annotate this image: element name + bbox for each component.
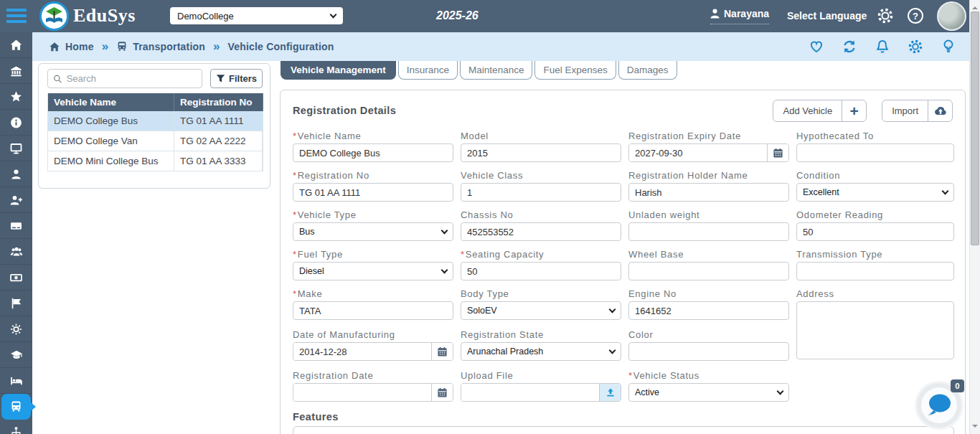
favorites-heart-icon[interactable] [809,39,824,55]
tab-fuel-expenses[interactable]: Fuel Expenses [534,61,616,80]
search-input[interactable] [67,73,197,84]
help-icon[interactable]: ? [907,7,924,24]
column-header-vehicle-name: Vehicle Name [48,93,174,111]
vehicle-class-input[interactable] [461,183,621,202]
registration-state-select[interactable]: Arunachal Pradesh [461,342,621,361]
chevron-down-icon [441,267,448,274]
registration-form: *Vehicle Name Model Registration Expiry … [293,131,954,402]
body-type-select[interactable]: SoloEV [461,301,621,320]
model-input[interactable] [461,143,621,162]
scrollbar-thumb[interactable] [971,11,979,245]
upload-file-input[interactable] [461,384,599,401]
field-address: Address [796,288,954,362]
sidebar-item-id-card[interactable] [0,213,32,239]
seating-capacity-input[interactable] [461,262,621,280]
chassis-no-input[interactable] [461,222,621,241]
users-group-icon [9,245,24,258]
sidebar-item-sitemap[interactable] [0,420,32,434]
notifications-bell-icon[interactable] [875,39,890,55]
tab-maintenance[interactable]: Maintenance [460,61,532,80]
user-icon [710,9,720,19]
transmission-type-input[interactable] [796,262,954,280]
college-select[interactable]: DemoCollege [170,7,343,24]
sidebar-item-institution[interactable] [0,58,32,84]
sidebar-item-home[interactable] [0,32,32,58]
refresh-icon[interactable] [842,39,857,55]
tab-insurance[interactable]: Insurance [398,61,458,80]
sidebar-item-profile[interactable] [0,161,32,187]
vehicle-type-select[interactable]: Bus [293,222,453,241]
fuel-type-select[interactable]: Diesel [293,262,453,280]
top-header-bar: EduSys DemoCollege 2025-26 Narayana Sele… [0,0,969,32]
filters-button[interactable]: Filters [210,69,263,88]
sidebar-item-monitor[interactable] [0,136,32,161]
home-icon [9,39,23,52]
table-row[interactable]: DEMO Mini College BusTG 01 AA 3333 [48,151,262,171]
bed-icon [9,374,24,387]
active-item-notch [31,402,36,411]
sidebar-item-fees[interactable] [0,265,32,291]
tab-damages[interactable]: Damages [618,61,677,80]
tips-lightbulb-icon[interactable] [941,39,956,55]
field-chassis-no: Chassis No [461,209,621,241]
date-of-manufacturing-input[interactable] [293,343,431,360]
calendar-icon[interactable] [431,343,453,360]
sidebar-item-transportation[interactable] [0,394,32,420]
color-input[interactable] [628,342,789,361]
tab-vehicle-management[interactable]: Vehicle Management [281,61,396,80]
features-textarea[interactable] [293,426,954,434]
registration-date-input[interactable] [293,384,431,401]
condition-select[interactable]: Excellent [796,183,954,202]
vehicle-status-select[interactable]: Active [628,383,789,402]
odometer-reading-input[interactable] [796,222,954,241]
breadcrumb-home[interactable]: Home [49,41,94,52]
import-button[interactable]: Import [882,100,953,122]
wheel-base-input[interactable] [628,262,789,280]
sidebar-item-favorites[interactable] [0,84,32,110]
scroll-up-arrow[interactable] [972,4,978,9]
sidebar-item-academics[interactable] [0,342,32,368]
bus-icon [9,400,23,413]
registration-holder-name-input[interactable] [628,183,789,202]
sun-gear-icon [9,323,23,336]
hypothecated-to-input[interactable] [796,143,954,162]
vehicle-table: Vehicle Name Registration No DEMO Colleg… [47,93,263,171]
table-row[interactable]: DEMO College BusTG 01 AA 1111 [48,111,262,131]
field-vehicle-name: *Vehicle Name [293,131,453,162]
table-header-row: Vehicle Name Registration No [48,93,262,111]
registration-expiry-date-input[interactable] [629,144,767,161]
sidebar-item-info[interactable] [0,110,32,136]
registration-no-input[interactable] [293,183,453,202]
field-engine-no: Engine No [628,288,789,320]
vehicle-name-input[interactable] [293,143,453,162]
upload-icon[interactable] [599,384,621,401]
scroll-down-arrow[interactable] [972,425,978,430]
vertical-scrollbar[interactable] [969,0,980,434]
select-language-button[interactable]: Select Language [787,10,867,22]
breadcrumb-transportation[interactable]: Transportation [116,41,205,52]
calendar-icon[interactable] [431,384,453,401]
plus-icon: + [850,103,859,118]
calendar-icon[interactable] [767,144,788,161]
hamburger-menu-icon[interactable] [6,9,27,23]
add-vehicle-button[interactable]: Add Vehicle + [773,100,867,122]
column-header-registration-no: Registration No [174,93,263,111]
engine-no-input[interactable] [628,301,789,320]
required-asterisk: * [293,170,297,181]
user-menu[interactable]: Narayana [710,8,769,24]
sidebar-item-hostel[interactable] [0,368,32,394]
sidebar-item-flag[interactable] [0,291,32,316]
table-row[interactable]: DEMO College VanTG 02 AA 2222 [48,131,262,151]
sidebar-item-settings[interactable] [0,316,32,342]
sidebar-item-groups[interactable] [0,239,32,265]
settings-gear-icon[interactable] [877,7,894,24]
address-textarea[interactable] [796,301,954,359]
unladen-weight-input[interactable] [628,222,789,241]
page-settings-gear-icon[interactable] [908,39,923,55]
home-icon [49,42,60,52]
sidebar-item-admissions[interactable] [0,187,32,213]
chat-widget-button[interactable]: 0 [917,383,961,428]
field-condition: Condition Excellent [796,170,954,202]
avatar[interactable] [937,1,966,31]
make-input[interactable] [293,301,453,320]
